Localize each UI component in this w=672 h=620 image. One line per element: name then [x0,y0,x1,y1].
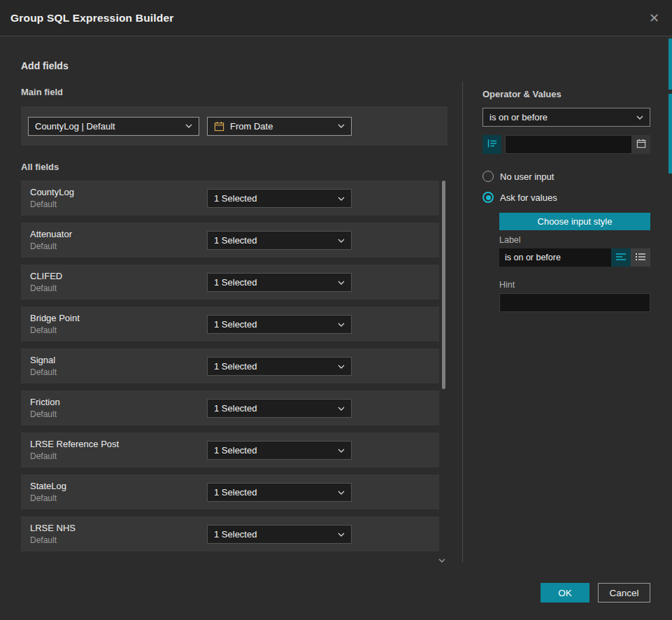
date-picker-button[interactable] [631,135,650,154]
add-fields-heading: Add fields [21,60,69,71]
chevron-down-icon [338,407,345,411]
radio-no-user-input[interactable]: No user input [482,171,554,182]
chevron-down-icon [338,533,345,537]
field-name: LRSE NHS [30,523,76,533]
field-sublabel: Default [30,283,57,293]
main-field-select-value: From Date [230,121,332,132]
main-field-panel: CountyLog | Default From Date [21,106,448,146]
close-button[interactable]: ✕ [646,9,662,27]
field-values-select[interactable]: 1 Selected [207,189,352,208]
field-name: LRSE Reference Post [30,439,119,449]
value-input-group [505,135,650,154]
operator-values-title: Operator & Values [482,89,562,99]
field-values-select-value: 1 Selected [214,445,332,456]
radio-ask-for-values[interactable]: Ask for values [482,192,557,203]
main-field-label: Main field [21,87,63,97]
chevron-down-icon [636,115,643,120]
all-fields-list: CountyLog Default 1 Selected Attenuator … [21,181,439,558]
field-row: Friction Default 1 Selected [21,390,439,425]
hint-input[interactable] [499,293,650,312]
calendar-icon [636,139,646,150]
field-name: Bridge Point [30,313,80,323]
list-icon [636,253,645,263]
field-name: StateLog [30,481,66,491]
operator-select-value: is on or before [489,112,631,122]
panel-divider [462,81,463,563]
field-name: CLIFED [30,271,62,281]
field-lines-icon [487,138,498,151]
field-values-select-value: 1 Selected [214,277,332,288]
list-scrollbar [441,181,446,550]
align-left-icon [616,253,626,263]
close-icon: ✕ [649,11,659,25]
field-values-select-value: 1 Selected [214,403,332,414]
field-name: Attenuator [30,229,72,239]
field-sublabel: Default [30,241,57,251]
field-values-select[interactable]: 1 Selected [207,357,352,376]
chevron-down-icon [185,124,192,128]
field-row: CLIFED Default 1 Selected [21,265,439,300]
dialog-title: Group SQL Expression Builder [10,12,174,24]
align-left-toggle[interactable] [611,248,631,267]
field-values-select[interactable]: 1 Selected [207,231,352,250]
field-name: Signal [30,355,55,365]
all-fields-label: All fields [21,162,59,172]
field-row: LRSE NHS Default 1 Selected [21,516,439,551]
field-values-select[interactable]: 1 Selected [207,315,352,334]
field-values-select-value: 1 Selected [214,319,332,330]
field-values-select-value: 1 Selected [214,529,332,540]
field-row: StateLog Default 1 Selected [21,474,439,509]
field-sublabel: Default [30,367,57,377]
scrollbar-thumb[interactable] [442,181,445,389]
operator-select[interactable]: is on or before [482,108,650,127]
field-name: Friction [30,397,60,407]
chevron-down-icon [338,239,345,243]
radio-ask-for-values-label: Ask for values [500,192,557,203]
main-layer-select-value: CountyLog | Default [35,121,180,132]
list-style-toggle[interactable] [631,248,650,267]
field-sublabel: Default [30,493,57,503]
choose-input-style-button[interactable]: Choose input style [499,213,650,230]
dialog-header: Group SQL Expression Builder ✕ [0,0,672,36]
value-input[interactable] [505,135,631,154]
field-values-select[interactable]: 1 Selected [207,399,352,418]
field-sublabel: Default [30,199,57,209]
calendar-icon [214,121,224,132]
field-values-select-value: 1 Selected [214,361,332,372]
field-values-select[interactable]: 1 Selected [207,483,352,502]
cancel-button[interactable]: Cancel [598,583,650,603]
radio-selected-icon [482,192,494,203]
field-values-select-value: 1 Selected [214,235,332,246]
label-caption: Label [499,235,521,245]
field-values-select[interactable]: 1 Selected [207,273,352,292]
chevron-down-icon [338,281,345,285]
scroll-down-icon[interactable] [438,553,445,565]
field-values-select[interactable]: 1 Selected [207,525,352,544]
radio-no-user-input-label: No user input [500,171,554,182]
main-field-select[interactable]: From Date [207,117,352,136]
field-row: Bridge Point Default 1 Selected [21,307,439,341]
chevron-down-icon [338,197,345,201]
main-layer-select[interactable]: CountyLog | Default [28,117,199,136]
hint-caption: Hint [499,280,515,290]
edge-accent-mark [669,38,672,90]
field-row: Attenuator Default 1 Selected [21,223,439,258]
chevron-down-icon [338,449,345,453]
chevron-down-icon [338,365,345,369]
field-row: Signal Default 1 Selected [21,348,439,383]
field-values-select-value: 1 Selected [214,193,332,204]
field-mode-button[interactable] [482,135,501,154]
field-sublabel: Default [30,451,57,461]
chevron-down-icon [338,491,345,495]
chevron-down-icon [338,323,345,327]
label-input[interactable] [499,248,611,267]
label-input-group [499,248,650,267]
field-sublabel: Default [30,325,57,335]
field-values-select[interactable]: 1 Selected [207,441,352,460]
field-sublabel: Default [30,535,57,545]
group-sql-expression-builder-dialog: Group SQL Expression Builder ✕ Add field… [0,0,672,620]
radio-unselected-icon [482,171,494,182]
ok-button[interactable]: OK [541,583,589,603]
field-sublabel: Default [30,409,57,419]
field-values-select-value: 1 Selected [214,487,332,498]
